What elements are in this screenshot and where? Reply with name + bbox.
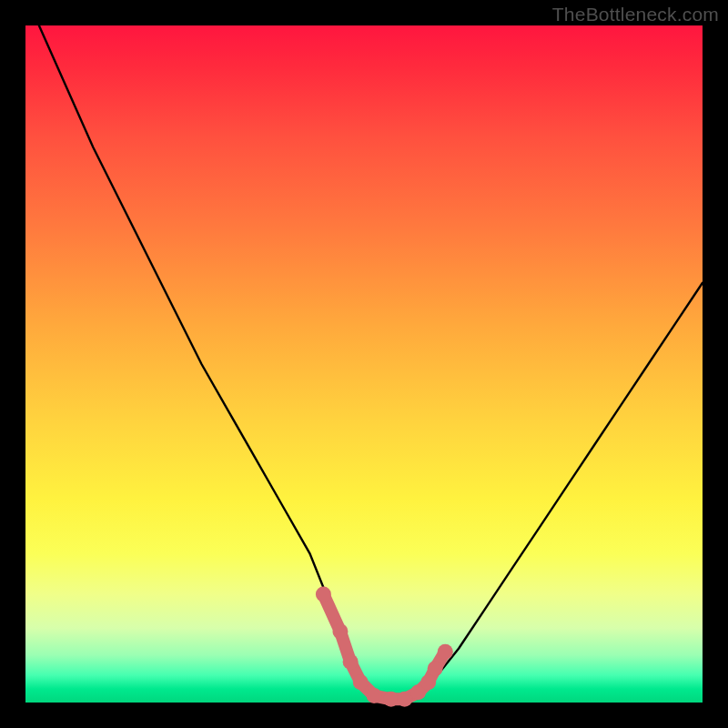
valley-marker-dot bbox=[383, 692, 399, 707]
valley-marker-dot bbox=[353, 674, 369, 690]
valley-marker-group bbox=[316, 586, 453, 706]
valley-marker-dot bbox=[343, 654, 359, 670]
valley-marker-dot bbox=[420, 674, 436, 690]
bottleneck-curve bbox=[39, 25, 703, 703]
chart-frame: TheBottleneck.com bbox=[0, 0, 728, 728]
valley-marker-dot bbox=[332, 623, 348, 639]
valley-marker-dot bbox=[438, 644, 453, 660]
valley-marker-dot bbox=[397, 692, 412, 707]
plot-area bbox=[25, 25, 703, 703]
watermark-text: TheBottleneck.com bbox=[552, 4, 719, 25]
valley-marker-dot bbox=[428, 661, 443, 676]
valley-marker-dot bbox=[367, 688, 382, 703]
chart-svg bbox=[25, 25, 703, 703]
valley-marker-dot bbox=[316, 586, 331, 602]
